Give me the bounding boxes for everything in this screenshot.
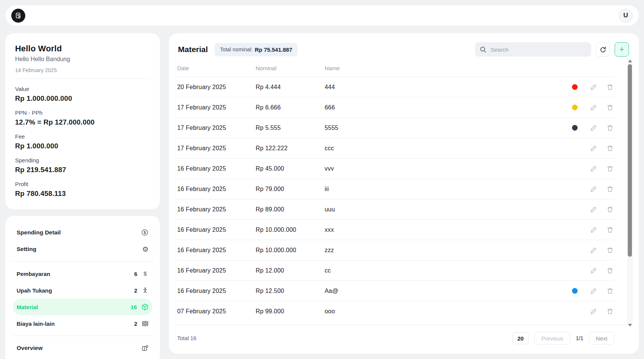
scrollbar-thumb[interactable]	[628, 64, 632, 257]
pencil-icon	[590, 104, 597, 111]
divider	[15, 79, 150, 79]
nav-label: Spending Detail	[17, 229, 61, 236]
delete-button[interactable]	[606, 104, 614, 111]
sidebar-item-upah-tukang[interactable]: Upah Tukang 2	[13, 282, 152, 299]
navigation-card: Spending Detail $ Setting ⚙︎ Pembayaran …	[5, 216, 160, 359]
user-avatar[interactable]: U	[619, 9, 633, 23]
pencil-icon	[590, 83, 597, 91]
table-row: 07 February 2025 Rp 99.000 ooo	[176, 301, 615, 321]
row-date: 07 February 2025	[176, 308, 256, 315]
status-dot	[572, 84, 578, 90]
vertical-scrollbar[interactable]	[627, 58, 633, 325]
item-count: 2	[134, 320, 137, 327]
trash-icon	[606, 145, 614, 152]
table-header: Date Nominal Name	[176, 63, 615, 77]
sidebar-item-pembayaran[interactable]: Pembayaran 6 $	[13, 265, 152, 282]
trash-icon	[606, 226, 614, 234]
table-row: 16 February 2025 Rp 45.000 vvv	[176, 158, 615, 179]
row-nominal: Rp 89.000	[256, 206, 325, 213]
project-summary-card: Hello World Hello Hello Bandung 14 Febru…	[5, 33, 160, 209]
edit-button[interactable]	[590, 165, 597, 173]
edit-button[interactable]	[590, 185, 597, 193]
nav-spending-detail[interactable]: Spending Detail $	[13, 224, 152, 241]
table-row: 17 February 2025 Rp 6.666 666	[176, 97, 615, 117]
search-box	[475, 42, 591, 57]
row-nominal: Rp 5.555	[256, 125, 325, 131]
sidebar: Hello World Hello Hello Bandung 14 Febru…	[5, 33, 160, 354]
delete-button[interactable]	[606, 124, 614, 132]
edit-button[interactable]	[590, 267, 597, 274]
next-page-button[interactable]: Next	[589, 332, 615, 345]
stat-amount: Rp 1.000.000	[15, 142, 150, 150]
dollar-circle-icon: $	[141, 229, 149, 236]
stat-amount: Rp 219.541.887	[15, 166, 150, 174]
stat-ppn-pph: PPN - PPh 12.7% = Rp 127.000.000	[15, 109, 150, 126]
row-date: 16 February 2025	[176, 267, 256, 274]
edit-button[interactable]	[590, 104, 597, 111]
row-name: ccc	[325, 145, 572, 152]
delete-button[interactable]	[606, 206, 614, 213]
sidebar-item-biaya-lain-lain[interactable]: Biaya lain-lain 2	[13, 315, 152, 332]
pencil-icon	[590, 267, 597, 274]
table-row: 16 February 2025 Rp 12.500 Aa@	[176, 280, 615, 301]
delete-button[interactable]	[606, 267, 614, 274]
delete-button[interactable]	[606, 165, 614, 173]
stat-spending: Spending Rp 219.541.887	[15, 157, 150, 174]
nav-label: Material	[17, 304, 38, 310]
nav-overview[interactable]: Overview	[13, 340, 152, 356]
edit-button[interactable]	[590, 206, 597, 213]
layout-icon	[141, 345, 149, 352]
search-input[interactable]	[491, 46, 587, 53]
total-nominal-label: Total nominal:	[220, 46, 252, 52]
previous-page-button[interactable]: Previous	[534, 332, 570, 345]
col-date: Date	[176, 65, 256, 71]
dollar-icon: $	[142, 270, 149, 277]
refresh-icon	[600, 46, 607, 53]
edit-button[interactable]	[590, 145, 597, 152]
refresh-button[interactable]	[596, 42, 610, 57]
pencil-icon	[590, 226, 597, 234]
edit-button[interactable]	[590, 83, 597, 91]
edit-button[interactable]	[590, 308, 597, 315]
row-name: ooo	[325, 308, 572, 315]
sidebar-item-material[interactable]: Material 16	[13, 299, 152, 315]
edit-button[interactable]	[590, 287, 597, 295]
stat-label: Profit	[15, 181, 150, 187]
pencil-icon	[590, 287, 597, 295]
delete-button[interactable]	[606, 226, 614, 234]
add-button[interactable]: +	[615, 42, 629, 57]
delete-button[interactable]	[606, 83, 614, 91]
page-size-selector[interactable]: 20	[512, 332, 529, 344]
nav-setting[interactable]: Setting ⚙︎	[13, 241, 152, 257]
nav-label: Upah Tukang	[17, 287, 52, 294]
delete-button[interactable]	[606, 308, 614, 315]
nav-label: Setting	[17, 246, 37, 253]
pencil-icon	[590, 145, 597, 152]
panel-header: Material Total nominal: Rp 75.541.887	[169, 42, 639, 57]
delete-button[interactable]	[606, 247, 614, 254]
nav-label: Biaya lain-lain	[17, 320, 55, 327]
project-date: 14 February 2025	[15, 67, 150, 73]
stat-amount: 12.7% = Rp 127.000.000	[15, 118, 150, 126]
scroll-up-arrow[interactable]	[627, 58, 633, 63]
trash-icon	[606, 83, 614, 91]
edit-button[interactable]	[590, 247, 597, 254]
table-row: 16 February 2025 Rp 89.000 uuu	[176, 199, 615, 219]
scroll-down-arrow[interactable]	[627, 322, 633, 328]
row-date: 17 February 2025	[176, 104, 256, 111]
material-panel: Material Total nominal: Rp 75.541.887	[169, 33, 639, 354]
table-row: 16 February 2025 Rp 10.000.000 zzz	[176, 240, 615, 260]
table-row: 16 February 2025 Rp 79.000 iii	[176, 179, 615, 199]
edit-button[interactable]	[590, 226, 597, 234]
table-row: 16 February 2025 Rp 10.000.000 xxx	[176, 219, 615, 240]
pencil-icon	[590, 247, 597, 254]
app-logo-button[interactable]	[11, 9, 25, 23]
divider	[13, 336, 152, 336]
delete-button[interactable]	[606, 145, 614, 152]
delete-button[interactable]	[606, 185, 614, 193]
table-footer: Total 16 20 Previous 1/1 Next	[176, 325, 630, 347]
pagination: 20 Previous 1/1 Next	[512, 332, 615, 345]
pencil-icon	[590, 165, 597, 173]
delete-button[interactable]	[606, 287, 614, 295]
edit-button[interactable]	[590, 124, 597, 132]
